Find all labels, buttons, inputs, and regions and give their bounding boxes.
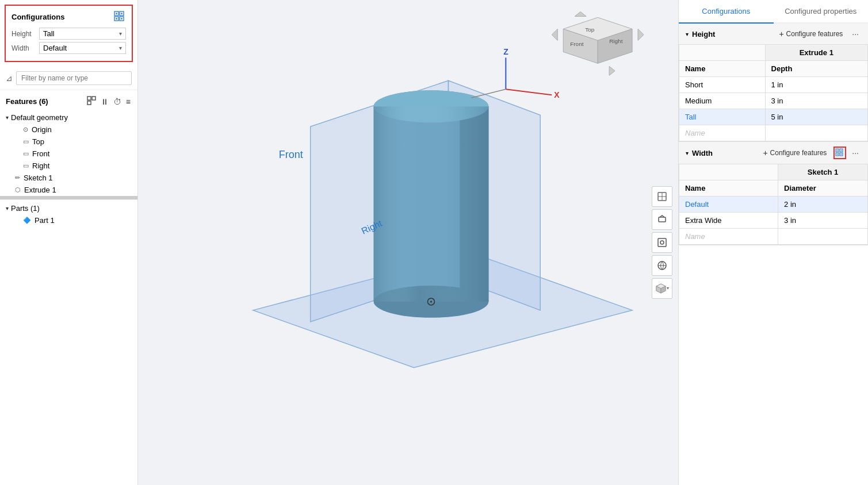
3d-scene: Front Right Z X Top Front Right (138, 0, 678, 485)
list-button[interactable]: ≡ (125, 96, 132, 107)
tab-configured-properties[interactable]: Configured properties (774, 0, 869, 24)
width-diameter-subheader: Diameter (778, 180, 868, 197)
height-row-value: 3 in (765, 93, 867, 109)
svg-point-5 (121, 13, 123, 14)
extrude1-item[interactable]: ⬡ Extrude 1 (0, 184, 137, 196)
top-item[interactable]: ▭ Top (0, 136, 137, 148)
features-title: Features (6) (6, 97, 82, 106)
height-row-name: Tall (679, 109, 766, 125)
height-more-button[interactable]: ··· (850, 28, 861, 40)
left-panel: Configurations Height Tall (0, 0, 138, 485)
configurations-box: Configurations Height Tall (5, 5, 133, 62)
front-plane-icon: ▭ (23, 150, 29, 157)
view-btn-4[interactable] (652, 255, 672, 276)
height-row-value (765, 125, 867, 141)
sketch1-item[interactable]: ✏ Sketch 1 (0, 172, 137, 184)
height-table-row[interactable]: Name (679, 125, 868, 141)
view-btn-2[interactable] (652, 209, 672, 230)
height-table-row[interactable]: Short1 in (679, 77, 868, 93)
features-header: Features (6) ⏸ ⏱ ≡ (0, 90, 137, 110)
expand-all-button[interactable] (86, 95, 97, 108)
filter-area: ⊿ (0, 67, 137, 90)
height-section-title: Height (692, 30, 772, 39)
svg-point-22 (430, 301, 432, 302)
height-row-value: 1 in (765, 77, 867, 93)
height-name-subheader: Name (679, 61, 766, 77)
filter-input[interactable] (16, 71, 132, 85)
width-table-row[interactable]: Default2 in (679, 197, 868, 213)
sketch1-col-header: Sketch 1 (778, 164, 868, 180)
svg-text:Right: Right (609, 38, 623, 44)
svg-text:Front: Front (279, 149, 303, 160)
default-geometry-group[interactable]: ▾ Default geometry (0, 111, 137, 124)
view-btn-1[interactable] (652, 186, 672, 207)
width-configure-button[interactable]: + Configure features (759, 147, 830, 159)
tab-configurations[interactable]: Configurations (679, 0, 774, 24)
width-table-row[interactable]: Name (679, 229, 868, 245)
width-name-col-header (679, 164, 778, 180)
width-row-name[interactable]: Name (679, 229, 778, 245)
extrude1-label: Extrude 1 (24, 186, 56, 194)
height-row-name[interactable]: Name (679, 125, 766, 141)
feature-tree: ▾ Default geometry ⊙ Origin ▭ Top ▭ Fron… (0, 110, 137, 485)
svg-rect-10 (87, 101, 91, 105)
height-chevron[interactable]: ▾ (686, 31, 689, 37)
width-table-row[interactable]: Extra Wide3 in (679, 213, 868, 229)
svg-point-4 (116, 13, 117, 14)
svg-rect-43 (659, 217, 666, 222)
parts-section: ▾ Parts (1) 🔷 Part 1 (0, 199, 137, 229)
parts-title: Parts (1) (11, 204, 40, 213)
sketch-icon: ✏ (15, 174, 20, 182)
svg-rect-9 (92, 97, 95, 100)
width-more-button[interactable]: ··· (850, 147, 861, 159)
svg-point-7 (121, 18, 123, 20)
configurations-grid-icon[interactable] (113, 10, 126, 23)
right-item[interactable]: ▭ Right (0, 160, 137, 172)
svg-point-57 (841, 150, 842, 151)
width-grid-icon[interactable] (833, 147, 846, 159)
view-btn-3[interactable] (652, 232, 672, 253)
height-table-row[interactable]: Medium3 in (679, 93, 868, 109)
default-geometry-chevron: ▾ (6, 114, 9, 121)
svg-point-45 (660, 241, 664, 244)
svg-rect-20 (374, 106, 489, 302)
configurations-title: Configurations (12, 13, 64, 21)
part1-item[interactable]: 🔷 Part 1 (0, 214, 137, 226)
top-plane-icon: ▭ (23, 138, 29, 145)
width-row-name: Extra Wide (679, 213, 778, 229)
width-section-header: ▾ Width + Configure features ··· (679, 142, 868, 164)
width-section: ▾ Width + Configure features ··· (679, 142, 868, 245)
height-table: Extrude 1 Name Depth Short1 inMedium3 in… (679, 44, 868, 141)
width-row-name: Default (679, 197, 778, 213)
width-chevron[interactable]: ▾ (686, 150, 689, 156)
width-row-value: 2 in (778, 197, 868, 213)
part-icon: 🔷 (23, 217, 31, 224)
height-name-col-header (679, 45, 766, 61)
svg-point-6 (116, 18, 117, 20)
svg-point-56 (837, 150, 838, 151)
height-table-row[interactable]: Tall5 in (679, 109, 868, 125)
width-label: Width (12, 44, 39, 52)
svg-point-59 (841, 154, 842, 155)
configure-label: Configure features (786, 30, 843, 38)
timer-button[interactable]: ⏱ (112, 96, 123, 107)
extrude1-col-header: Extrude 1 (765, 45, 867, 61)
view-cube-btn[interactable]: ▾ (652, 278, 672, 299)
width-row: Width Default (12, 42, 126, 54)
origin-item[interactable]: ⊙ Origin (0, 124, 137, 136)
height-configure-button[interactable]: + Configure features (775, 28, 846, 40)
height-select[interactable]: Tall (39, 28, 126, 40)
width-select[interactable]: Default (39, 42, 126, 54)
width-row-value (778, 229, 868, 245)
right-label: Right (32, 161, 49, 170)
front-label: Front (32, 149, 49, 158)
front-item[interactable]: ▭ Front (0, 148, 137, 160)
center-viewport[interactable]: Front Right Z X Top Front Right (138, 0, 678, 485)
height-row-name: Medium (679, 93, 766, 109)
svg-text:X: X (554, 90, 560, 99)
parts-chevron: ▾ (6, 205, 9, 211)
sketch1-label: Sketch 1 (24, 174, 53, 182)
parts-group[interactable]: ▾ Parts (1) (0, 202, 137, 214)
svg-rect-44 (658, 238, 666, 247)
pause-button[interactable]: ⏸ (100, 96, 110, 107)
